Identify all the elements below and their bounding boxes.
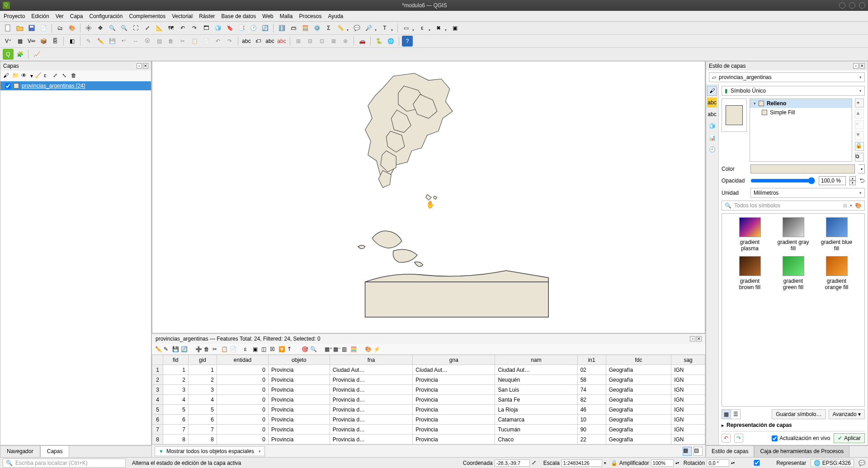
statistics-icon[interactable]: Σ [323, 23, 334, 33]
new-3d-view-icon[interactable]: 🧊 [212, 23, 223, 33]
delete-field-icon[interactable]: ▦⁻ [333, 346, 340, 353]
table-row[interactable]: 3330ProvinciaProvincia d…ProvinciaSan Lu… [152, 385, 705, 395]
copy-icon[interactable]: 📋 [189, 36, 200, 47]
window-close[interactable] [859, 2, 865, 9]
menu-capa[interactable]: Capa [70, 13, 83, 19]
opacity-value[interactable]: 100,0 % [819, 176, 846, 185]
current-edits-icon[interactable]: ✎ [83, 36, 94, 47]
duplicate-icon[interactable]: ⧉ [855, 153, 864, 162]
pan-to-sel-icon[interactable]: 🎯 [301, 346, 308, 353]
clear-search-icon[interactable]: ☒ [843, 203, 847, 208]
tab-estilo[interactable]: Estilo de capas [706, 446, 754, 457]
color-dropdown-icon[interactable]: ▾ [859, 164, 865, 173]
table-row[interactable]: 1110ProvinciaCiudad Aut…Ciudad Aut…Ciuda… [152, 365, 705, 375]
layer-item-provincias[interactable]: provincias_argentinas [24] [0, 81, 151, 90]
symbol-search[interactable]: 🔍 Todos los símbolos ☒ ▾ 🎨 [722, 201, 865, 211]
opacity-slider[interactable] [750, 177, 815, 184]
filter-legend-icon[interactable]: 🧹 [35, 72, 42, 80]
collapse-icon[interactable]: ⤡ [62, 72, 69, 80]
snap-icon[interactable]: ⊞ [293, 36, 304, 47]
layer-selector[interactable]: ▱ provincias_argentinas ▾ [709, 72, 865, 82]
magnifier-input[interactable] [651, 459, 674, 467]
actions-icon[interactable]: ⚡ [373, 346, 380, 353]
menu-procesos[interactable]: Procesos [299, 13, 321, 19]
measure-icon[interactable]: 📏 [335, 23, 346, 33]
select-by-expr-icon[interactable]: ε [244, 346, 251, 353]
lock-icon[interactable]: 🔒 [611, 460, 618, 466]
reload-icon[interactable]: 🔄 [180, 346, 188, 353]
crs-button[interactable]: 🌐 EPSG:4326 [811, 459, 854, 467]
style-manager-icon[interactable]: 🎨 [66, 23, 77, 33]
help-icon[interactable]: ? [402, 36, 413, 47]
zoom-native-icon[interactable]: ⛶ [130, 23, 141, 33]
add-raster-icon[interactable]: ▦ [14, 36, 25, 47]
panel-close-icon[interactable]: ✕ [143, 63, 148, 69]
move-feature-icon[interactable]: ↔ [130, 36, 141, 47]
menu-basedatos[interactable]: Base de datos [222, 13, 256, 19]
remove-symbol-layer-icon[interactable]: − [855, 120, 864, 129]
processing-toolbox-icon[interactable]: ⚙️ [311, 23, 322, 33]
filter-sel-icon[interactable]: 🔽 [278, 346, 285, 353]
select-tool-icon[interactable]: 🔎 [363, 23, 374, 33]
refresh-icon[interactable]: 🔄 [259, 23, 270, 33]
opacity-down-icon[interactable]: ▾ [849, 181, 856, 185]
select-by-value-icon[interactable]: ε [417, 23, 428, 33]
symbol-swatch[interactable]: gradient plasma [734, 217, 766, 252]
add-feature-icon[interactable]: •⁺ [118, 36, 129, 47]
add-vector-icon[interactable]: V⁺ [3, 36, 14, 47]
redo-style-icon[interactable]: ↷ [734, 434, 743, 443]
extents-icon[interactable]: ⤢ [532, 459, 539, 467]
save-edits2-icon[interactable]: 💾 [172, 346, 179, 353]
layout-manager-icon[interactable]: 🗂 [55, 23, 66, 33]
quickosm-icon[interactable]: Q [3, 49, 14, 60]
menu-ver[interactable]: Ver [56, 13, 64, 19]
col-entidad[interactable]: entidad [217, 355, 269, 365]
deselect-icon[interactable]: ✖ [433, 23, 444, 33]
style-manager2-icon[interactable]: 🎨 [855, 202, 862, 209]
list-view-icon[interactable]: ☰ [731, 410, 740, 419]
layer-rendering-section[interactable]: ▸Representación de capas [722, 422, 865, 428]
table-row[interactable]: 2220ProvinciaProvincia d…ProvinciaNeuqué… [152, 375, 705, 385]
save-symbol-button[interactable]: Guardar símbolo… [772, 409, 826, 419]
label-tool1-icon[interactable]: abc [241, 36, 252, 47]
menu-complementos[interactable]: Complementos [129, 13, 165, 19]
layer-tree[interactable]: provincias_argentinas [24] [0, 81, 151, 445]
table-row[interactable]: 6660ProvinciaProvincia d…ProvinciaCatama… [152, 415, 705, 425]
delete-feature-icon[interactable]: 🗑 [203, 346, 211, 353]
new-print-layout-icon[interactable]: 📄 [38, 23, 49, 33]
new-virtual-layer-icon[interactable]: ◧ [66, 36, 77, 47]
open-project-icon[interactable] [14, 23, 25, 33]
coord-input[interactable] [495, 459, 530, 467]
menu-raster[interactable]: Ráster [199, 13, 215, 19]
expand-icon[interactable]: ⤢ [53, 72, 60, 80]
profile-tool-icon[interactable]: 📈 [31, 49, 42, 60]
add-group-icon[interactable]: 📁 [12, 72, 19, 80]
maptips-icon[interactable]: 💬 [351, 23, 362, 33]
invert-sel-icon[interactable]: ◫ [261, 346, 268, 353]
symbol-layer-tree[interactable]: ▾Relleno Simple Fill [750, 98, 852, 162]
symbol-swatch[interactable]: gradient orange fill [821, 256, 853, 290]
open-style-icon[interactable]: 🖌 [3, 72, 10, 80]
col-nam[interactable]: nam [495, 355, 577, 365]
3d-tab-icon[interactable]: 🧊 [707, 121, 717, 131]
label-tool2-icon[interactable]: 🏷 [253, 36, 264, 47]
menu-vectorial[interactable]: Vectorial [172, 13, 193, 19]
tree-relleno[interactable]: Relleno [767, 100, 786, 107]
cond-format-icon[interactable]: 🎨 [364, 346, 372, 353]
pan-icon[interactable] [83, 23, 94, 33]
grid-view-icon[interactable]: ▦ [722, 410, 731, 419]
new-shapefile-icon[interactable]: V✏ [26, 36, 37, 47]
scale-input[interactable] [561, 459, 602, 467]
field-calc2-icon[interactable]: 🧮 [350, 346, 357, 353]
organize-cols-icon[interactable]: ▥ [341, 346, 349, 353]
col-fid[interactable]: fid [163, 355, 189, 365]
col-gna[interactable]: gna [413, 355, 495, 365]
messages-icon[interactable]: 💬 [859, 460, 865, 466]
renderer-selector[interactable]: ▮ Símbolo Único ▾ [722, 86, 865, 96]
move-sel-top-icon[interactable]: ⤒ [287, 346, 294, 353]
zoom-selection-icon[interactable]: 📐 [154, 23, 165, 33]
redo-icon[interactable]: ↷ [224, 36, 235, 47]
select-features-icon[interactable]: ▭ [401, 23, 411, 33]
manage-themes-icon[interactable]: 👁 [21, 72, 28, 80]
symbol-swatch[interactable]: gradient blue fill [821, 217, 853, 252]
